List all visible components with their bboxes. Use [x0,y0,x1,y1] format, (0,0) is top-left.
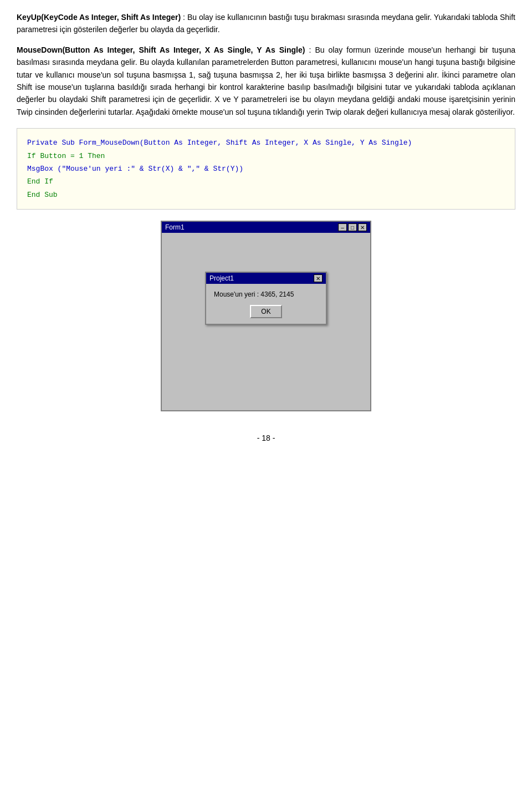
form-close-button[interactable]: ✕ [358,223,367,231]
dialog-title: Project1 [209,274,234,282]
form-titlebar: Form1 – □ ✕ [162,222,370,233]
code-line-4-text: End If [27,177,53,186]
form-maximize-button[interactable]: □ [348,223,357,231]
code-line-2-text: If Button = 1 Then [27,152,105,160]
paragraph-2-rest: : Bu olay formun üzerinde mouse'un herha… [17,45,515,116]
code-line-1-text: Private Sub Form_MouseDown(Button As Int… [27,139,412,147]
form-body: Project1 ✕ Mouse'un yeri : 4365, 2145 OK [162,233,370,410]
dialog-titlebar: Project1 ✕ [206,273,326,284]
content-block: KeyUp(KeyCode As Integer, Shift As Integ… [17,11,515,442]
page-number: - 18 - [17,434,515,442]
code-line-1: Private Sub Form_MouseDown(Button As Int… [27,136,505,149]
dialog-window: Project1 ✕ Mouse'un yeri : 4365, 2145 OK [205,272,327,325]
code-block: Private Sub Form_MouseDown(Button As Int… [17,128,515,210]
dialog-body: Mouse'un yeri : 4365, 2145 OK [206,284,326,324]
dialog-ok-button[interactable]: OK [250,305,282,318]
code-line-5-text: End Sub [27,191,58,199]
dialog-message: Mouse'un yeri : 4365, 2145 [214,290,318,298]
paragraph-1: KeyUp(KeyCode As Integer, Shift As Integ… [17,11,515,36]
keyup-bold: KeyUp(KeyCode As Integer, Shift As Integ… [17,13,181,22]
code-line-5: End Sub [27,188,505,201]
code-line-3-text: MsgBox ("Mouse'un yeri :" & Str(X) & ","… [27,165,243,173]
form-window: Form1 – □ ✕ Project1 ✕ Mouse'un yeri : 4… [161,221,371,411]
code-line-4: End If [27,175,505,188]
paragraph-2: MouseDown(Button As Integer, Shift As In… [17,44,515,118]
form-minimize-button[interactable]: – [338,223,347,231]
form-titlebar-buttons: – □ ✕ [338,223,367,231]
code-line-2: If Button = 1 Then [27,150,505,162]
form-title: Form1 [165,223,185,231]
mousedown-bold: MouseDown(Button As Integer, Shift As In… [17,45,305,54]
code-line-3: MsgBox ("Mouse'un yeri :" & Str(X) & ","… [27,162,505,175]
dialog-close-button[interactable]: ✕ [314,274,323,282]
